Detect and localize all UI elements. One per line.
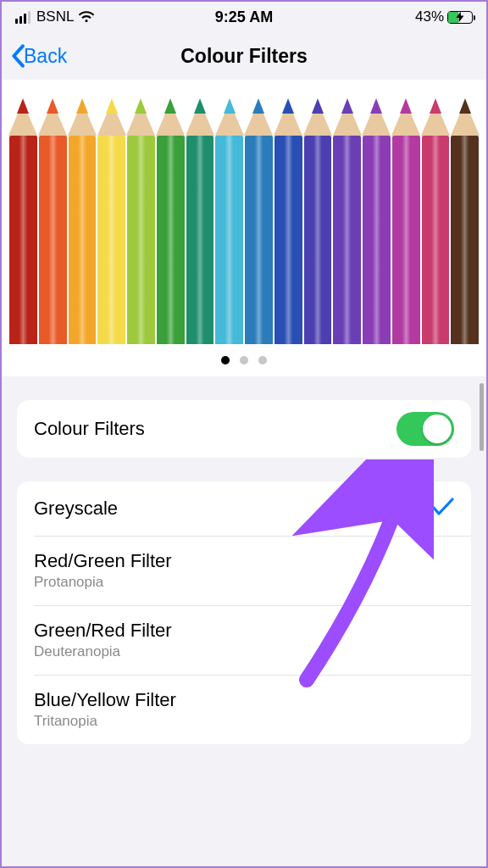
- pencil: [157, 98, 185, 344]
- status-bar: BSNL 9:25 AM 43%: [2, 2, 486, 32]
- toggle-label: Colour Filters: [34, 418, 145, 440]
- pencil: [422, 98, 450, 344]
- battery-icon: [447, 11, 473, 24]
- pencil: [215, 98, 243, 344]
- pencil: [274, 98, 302, 344]
- pencil: [9, 98, 37, 344]
- cellular-signal-icon: [15, 11, 30, 24]
- filter-option-blue-yellow[interactable]: Blue/Yellow Filter Tritanopia: [17, 675, 471, 744]
- pencil: [39, 98, 67, 344]
- pencil: [245, 98, 273, 344]
- page-dot[interactable]: [240, 356, 248, 364]
- filter-title: Green/Red Filter: [34, 620, 172, 642]
- pencil: [392, 98, 420, 344]
- filter-option-greyscale[interactable]: Greyscale: [17, 481, 471, 536]
- page-title: Colour Filters: [180, 45, 308, 68]
- page-dot[interactable]: [258, 356, 267, 364]
- pencil: [333, 98, 361, 344]
- battery-percent: 43%: [415, 8, 444, 25]
- page-dot[interactable]: [221, 356, 230, 364]
- filter-option-green-red[interactable]: Green/Red Filter Deuteranopia: [17, 605, 471, 675]
- status-time: 9:25 AM: [215, 8, 273, 26]
- pencil: [451, 98, 479, 344]
- back-button[interactable]: Back: [10, 44, 67, 68]
- pencil: [69, 98, 97, 344]
- filter-subtitle: Deuteranopia: [34, 643, 172, 660]
- wifi-icon: [78, 11, 95, 23]
- pencil: [363, 98, 391, 344]
- colour-filters-toggle[interactable]: [396, 412, 454, 446]
- filter-title: Blue/Yellow Filter: [34, 689, 176, 711]
- toggle-group: Colour Filters: [17, 400, 471, 458]
- filter-options-group: Greyscale Red/Green Filter Protanopia Gr…: [17, 481, 471, 744]
- pencil: [186, 98, 214, 344]
- filter-subtitle: Tritanopia: [34, 713, 176, 730]
- page-indicator[interactable]: [2, 344, 486, 376]
- carrier-label: BSNL: [36, 8, 74, 25]
- filter-preview-image[interactable]: [2, 80, 486, 344]
- status-left: BSNL: [15, 8, 95, 25]
- back-label: Back: [24, 45, 67, 68]
- pencil: [127, 98, 155, 344]
- content-scroll[interactable]: Colour Filters Greyscale Red/Green Filte…: [2, 376, 486, 866]
- filter-subtitle: Protanopia: [34, 574, 172, 591]
- colour-filters-toggle-row: Colour Filters: [17, 400, 471, 458]
- nav-bar: Back Colour Filters: [2, 32, 486, 80]
- scrollbar[interactable]: [480, 383, 484, 451]
- filter-title: Red/Green Filter: [34, 550, 172, 572]
- checkmark-icon: [432, 498, 454, 520]
- filter-title: Greyscale: [34, 498, 118, 520]
- filter-option-red-green[interactable]: Red/Green Filter Protanopia: [17, 536, 471, 605]
- pencil: [97, 98, 125, 344]
- status-right: 43%: [415, 8, 473, 25]
- pencil: [304, 98, 332, 344]
